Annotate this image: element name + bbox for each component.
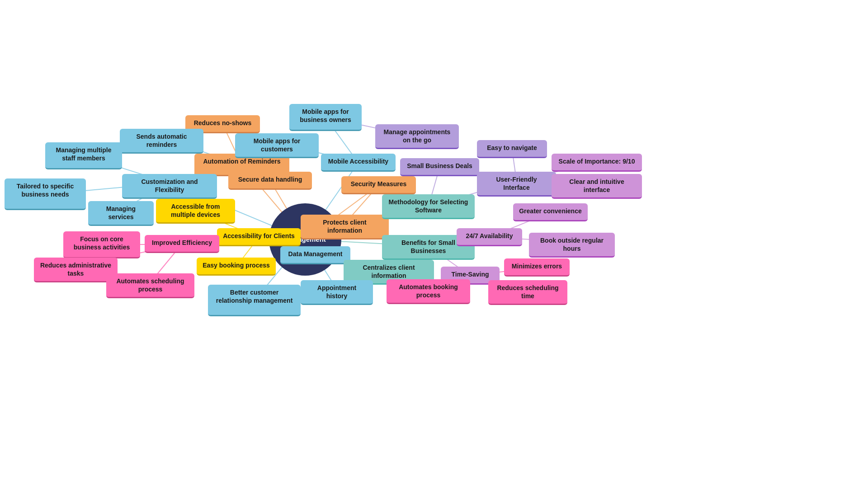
- automates-booking-node: Automates booking process: [387, 279, 470, 304]
- sends-automatic-node: Sends automatic reminders: [120, 129, 203, 154]
- mindmap-container: Appointment Management ResourcesAutomati…: [0, 0, 868, 488]
- managing-services-node: Managing services: [88, 201, 154, 226]
- book-outside-node: Book outside regular hours: [529, 233, 615, 258]
- improved-efficiency-node: Improved Efficiency: [145, 235, 219, 253]
- 247-availability-node: 24/7 Availability: [457, 228, 522, 246]
- greater-convenience-node: Greater convenience: [513, 203, 588, 221]
- minimizes-errors-node: Minimizes errors: [504, 258, 570, 277]
- customization-node: Customization and Flexibility: [122, 174, 217, 199]
- manage-appts-node: Manage appointments on the go: [375, 124, 459, 149]
- managing-staff-node: Managing multiple staff members: [45, 142, 122, 169]
- reduces-admin-node: Reduces administrative tasks: [34, 258, 118, 282]
- methodology-node: Methodology for Selecting Software: [382, 194, 475, 219]
- mobile-accessibility-node: Mobile Accessibility: [321, 154, 396, 172]
- protects-client-node: Protects client information: [301, 215, 389, 239]
- mobile-apps-owners-node: Mobile apps for business owners: [289, 104, 362, 131]
- user-friendly-node: User-Friendly Interface: [477, 172, 556, 197]
- focus-core-node: Focus on core business activities: [63, 231, 140, 258]
- appointment-history-node: Appointment history: [301, 280, 373, 305]
- automates-scheduling-node: Automates scheduling process: [106, 273, 194, 298]
- accessible-devices-node: Accessible from multiple devices: [156, 199, 235, 224]
- data-management-node: Data Management: [280, 246, 350, 264]
- secure-data-node: Secure data handling: [228, 172, 312, 190]
- accessibility-clients-node: Accessibility for Clients: [217, 228, 301, 246]
- security-measures-node: Security Measures: [341, 176, 416, 194]
- easy-booking-node: Easy booking process: [197, 258, 276, 276]
- tailored-node: Tailored to specific business needs: [5, 178, 86, 210]
- mobile-apps-customers-node: Mobile apps for customers: [235, 133, 319, 158]
- easy-navigate-node: Easy to navigate: [477, 140, 547, 158]
- better-crm-node: Better customer relationship management: [208, 285, 301, 316]
- reduces-scheduling-node: Reduces scheduling time: [488, 280, 567, 305]
- clear-intuitive-node: Clear and intuitive interface: [552, 174, 642, 199]
- scale-importance-node: Scale of Importance: 9/10: [552, 154, 642, 172]
- small-biz-deals-node: Small Business Deals: [400, 158, 479, 176]
